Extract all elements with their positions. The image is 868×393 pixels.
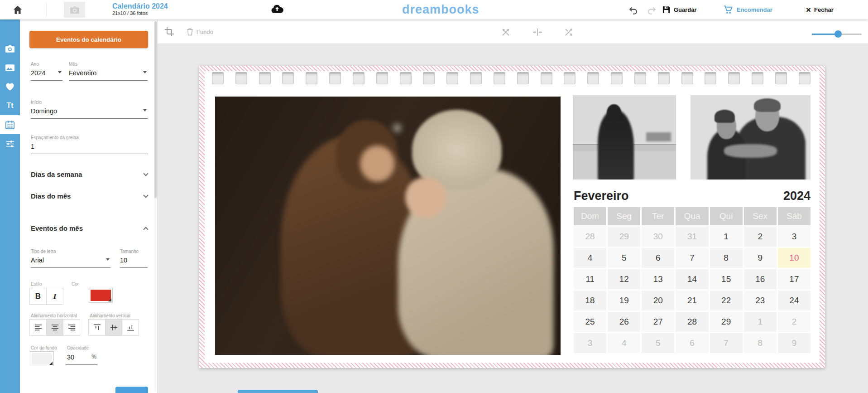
day-cell[interactable]: 9 [778,333,810,353]
font-size-value: 10 [120,257,127,264]
day-cell[interactable]: 2 [778,312,810,332]
opacity-input[interactable]: 30 % [66,353,97,365]
day-cell[interactable]: 5 [642,333,674,353]
delete-background-button[interactable]: Fundo [186,28,213,36]
binding-hole [282,72,294,84]
section-monthdays[interactable]: Dias do mês [31,192,148,200]
day-cell[interactable]: 3 [778,227,810,247]
day-cell[interactable]: 19 [608,291,640,311]
day-cell[interactable]: 4 [574,248,606,268]
day-cell[interactable]: 30 [642,227,674,247]
day-cell[interactable]: 29 [608,227,640,247]
bottom-popup-partial[interactable] [238,390,318,393]
photo-figure [405,177,447,218]
day-cell[interactable]: 16 [744,269,777,289]
panel-scrollbar[interactable] [154,21,157,391]
section-month-events[interactable]: Eventos do mês [31,224,148,232]
day-cell[interactable]: 7 [676,248,708,268]
day-cell[interactable]: 9 [744,248,777,268]
day-cell[interactable]: 22 [710,291,743,311]
event-color-picker[interactable] [89,288,113,303]
day-cell[interactable]: 26 [608,312,640,332]
binding-hole [259,72,271,84]
home-button[interactable] [12,4,24,16]
year-select[interactable]: Ano 2024 [31,62,62,81]
day-cell[interactable]: 6 [676,333,708,353]
font-size-label: Tamanho [120,249,148,254]
day-grid: 2829303112345678910111213141516171819202… [574,227,810,353]
day-cell-highlighted[interactable]: 10 [778,248,810,268]
sidebar-item-text[interactable]: Tt [0,96,20,115]
day-cell[interactable]: 27 [642,312,674,332]
background-label: Fundo [197,29,213,35]
zoom-slider-knob[interactable] [834,30,842,38]
day-cell[interactable]: 5 [608,248,640,268]
scrollbar-thumb[interactable] [154,21,157,198]
day-cell[interactable]: 8 [744,333,777,353]
shuffle-icon [564,27,575,38]
sidebar-item-backgrounds[interactable] [0,58,20,77]
day-cell[interactable]: 18 [574,291,606,311]
section-weekdays[interactable]: Dias da semana [31,170,148,178]
day-cell[interactable]: 12 [608,269,640,289]
swap-tool-button[interactable] [500,27,511,38]
main-photo[interactable] [215,97,561,355]
font-family-value: Arial [31,257,44,264]
shuffle-tool-button[interactable] [564,27,575,38]
day-cell[interactable]: 11 [574,269,606,289]
day-cell[interactable]: 28 [676,312,708,332]
month-select[interactable]: Mês Fevereiro [69,62,148,81]
align-top-button[interactable] [88,319,106,336]
undo-button[interactable] [628,0,638,19]
h-align-label: Alinhamento horizontal [31,313,77,318]
zoom-slider[interactable] [812,30,862,38]
italic-button[interactable]: I [46,288,63,305]
day-cell[interactable]: 29 [710,312,743,332]
sidebar-item-calendar[interactable] [0,115,20,134]
day-cell[interactable]: 7 [710,333,743,353]
day-cell[interactable]: 13 [642,269,674,289]
save-button[interactable]: Guardar [662,0,697,19]
day-cell[interactable]: 14 [676,269,708,289]
align-right-button[interactable] [63,319,80,336]
day-cell[interactable]: 31 [676,227,708,247]
small-photo-1[interactable] [573,95,676,180]
day-cell[interactable]: 24 [778,291,810,311]
day-cell[interactable]: 3 [574,333,606,353]
sidebar-item-favorites[interactable] [0,77,20,96]
week-start-select[interactable]: Início Domingo [31,100,148,119]
crop-button[interactable] [164,26,175,37]
align-bottom-button[interactable] [122,319,139,336]
close-button[interactable]: × Fechar [806,0,834,19]
align-middle-button[interactable] [105,319,122,336]
day-cell[interactable]: 25 [574,312,606,332]
flip-horizontal-button[interactable] [532,27,543,38]
grid-spacing-input[interactable]: Espaçamento da grelha 1 [31,135,148,154]
day-cell[interactable]: 2 [744,227,777,247]
day-cell[interactable]: 1 [710,227,743,247]
day-cell[interactable]: 21 [676,291,708,311]
font-size-input[interactable]: Tamanho 10 [120,249,148,268]
day-cell[interactable]: 28 [574,227,606,247]
calendar-events-button[interactable]: Eventos do calendário [29,31,148,48]
day-cell[interactable]: 15 [710,269,743,289]
bold-button[interactable]: B [29,288,47,305]
day-cell[interactable]: 23 [744,291,777,311]
day-cell[interactable]: 20 [642,291,674,311]
apply-button[interactable] [115,387,148,393]
sidebar-item-settings[interactable] [0,134,20,153]
day-cell[interactable]: 4 [608,333,640,353]
day-cell[interactable]: 1 [744,312,777,332]
sidebar-item-photos[interactable] [0,39,20,58]
small-photo-2[interactable] [691,95,810,180]
align-left-button[interactable] [29,319,47,336]
day-cell[interactable]: 17 [778,269,810,289]
font-family-select[interactable]: Tipo de letra Arial [31,249,110,268]
day-cell[interactable]: 8 [710,248,743,268]
app-root: Calendário 2024 21x10 / 36 fotos dreambo… [0,0,868,393]
day-cell[interactable]: 6 [642,248,674,268]
bg-color-picker[interactable] [30,351,54,366]
align-center-button[interactable] [46,319,63,336]
redo-button[interactable] [647,0,657,19]
order-button[interactable]: Encomendar [723,0,772,19]
